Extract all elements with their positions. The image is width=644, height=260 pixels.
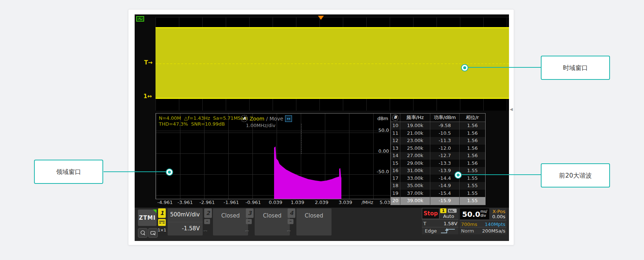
channel2-info-box[interactable]: Closed [213, 208, 248, 235]
xpos-label: X-Pos [493, 209, 505, 214]
touch-icon [140, 230, 146, 236]
fft-xtick: 1.039 [291, 200, 304, 205]
channel1-waveform-trace [156, 27, 509, 99]
channel2-probe-ratio: -·- [203, 229, 207, 233]
collapse-panel-arrow[interactable]: ◀ [510, 107, 513, 112]
channel1-badge[interactable]: 1 [158, 208, 166, 218]
harmonic-row: 1733.00k-14.41.55 [391, 175, 485, 182]
harmonic-row: 1835.00k-14.91.55 [391, 182, 485, 190]
corner-flag-icon [153, 209, 157, 213]
harmonics-header-row: B 频率/Hz 功率/dBm 相位/r [391, 114, 485, 122]
oscilloscope-screen: T→ 1↔ N=4.00M △f=1.43Hz Sa=5.71MSa/s THD… [135, 14, 509, 241]
channel4-coupling-icon[interactable]: – [288, 219, 293, 224]
trigger-level-marker[interactable]: T→ [144, 59, 153, 66]
callout-line-left [104, 171, 166, 172]
channel3-info-box[interactable]: Closed [255, 208, 290, 235]
waveform-noise-line [156, 63, 509, 64]
harmonic-row: 1223.00k-11.31.56 [391, 137, 485, 145]
sample-rate-value: 200MSa/s [482, 228, 505, 234]
page: T→ 1↔ N=4.00M △f=1.43Hz Sa=5.71MSa/s THD… [0, 0, 644, 260]
channel2-status: Closed [213, 212, 248, 219]
trigger-source-badge[interactable]: 1 [440, 208, 446, 213]
trigger-mode-label[interactable]: Auto [440, 213, 457, 219]
channel1-probe-ratio: 1×1 [158, 228, 166, 233]
time-domain-window [156, 17, 509, 111]
harmonics-table[interactable]: B 频率/Hz 功率/dBm 相位/r 1019.00k-9.581.56 11… [390, 113, 486, 205]
harmonic-row-selected: 2039.00k-15.91.55 [391, 197, 485, 205]
fft-xtick: -4.961 [157, 200, 173, 205]
fft-spectrum-trace [156, 114, 391, 199]
record-points-value: 140Mpts [485, 222, 505, 227]
callout-frequency-window: 领域窗口 [34, 160, 103, 184]
vendor-logo-icon [136, 16, 144, 23]
acquire-mode-label[interactable]: Norm [461, 228, 474, 234]
run-state-label: Stop [423, 210, 438, 217]
callout-line-top-right [468, 67, 541, 68]
callout-marker-harmonics [454, 171, 462, 179]
harmonic-row: 1121.00k-10.51.56 [391, 130, 485, 137]
channel4-status: Closed [296, 212, 332, 219]
channel1-info-box[interactable]: 500mV/div -1.58V [168, 208, 203, 235]
rising-edge-icon [440, 228, 456, 235]
trigger-type-label[interactable]: Edge [425, 228, 437, 234]
channel1-coupling-icon[interactable] [158, 219, 166, 226]
callout-time-window: 时域窗口 [541, 56, 610, 80]
trigger-level-value[interactable]: 1.58V [443, 221, 457, 226]
record-time-value: 700ms [461, 222, 477, 227]
harmonic-row: 1427.00k-12.71.56 [391, 152, 485, 160]
channel3-badge[interactable]: 3 [246, 208, 254, 218]
channel4-info-box[interactable]: Closed [296, 208, 332, 235]
timebase-unit-top: ms/ [480, 209, 487, 213]
fft-xtick: -2.961 [199, 200, 215, 205]
channel1-scale: 500mV/div [170, 211, 200, 218]
drag-icon [150, 230, 156, 236]
col-power: 功率/dBm [430, 114, 460, 122]
callout-harmonics: 前20大谐波 [541, 163, 610, 187]
source-b-icon: B [392, 115, 398, 121]
callout-harmonics-label: 前20大谐波 [559, 171, 592, 180]
timebase-value: 50.0 [462, 210, 480, 219]
harmonic-row: 1631.00k-13.91.55 [391, 167, 485, 175]
horizontal-cluster: 50.0 ms/ div X-Pos 0.00s 700ms 140Mpts N… [460, 208, 506, 234]
callout-line-bottom-right [462, 174, 541, 175]
drag-gesture-button[interactable] [148, 228, 158, 238]
frequency-domain-window: N=4.00M △f=1.43Hz Sa=5.71MSa/s THD=47.3%… [156, 113, 391, 199]
channel3-probe-ratio: -·- [245, 229, 249, 233]
fft-xtick: -0.961 [246, 200, 261, 205]
channel4-badge[interactable]: 4 [288, 208, 295, 218]
channel1-offset-marker[interactable]: 1↔ [143, 93, 152, 100]
run-state-button[interactable]: Stop [422, 208, 439, 219]
xpos-value[interactable]: 0.00s [492, 214, 505, 219]
callout-time-label: 时域窗口 [563, 64, 588, 72]
callout-marker-time [461, 64, 468, 71]
fft-xtick: -1.961 [224, 200, 239, 205]
harmonic-row: 1937.00k-15.41.55 [391, 190, 485, 197]
channel3-coupling-icon[interactable]: – [246, 219, 252, 224]
fft-xtick: 3.039 [338, 200, 352, 205]
callout-frequency-label: 领域窗口 [56, 168, 81, 176]
harmonic-row: 1019.00k-9.581.56 [391, 122, 485, 130]
col-frequency: 频率/Hz [400, 114, 430, 122]
fft-xtick: 0.039 [269, 200, 282, 205]
channel1-offset: -1.58V [182, 225, 200, 232]
screenshot-card: T→ 1↔ N=4.00M △f=1.43Hz Sa=5.71MSa/s THD… [128, 9, 514, 245]
harmonic-row: 1325.00k-12.01.56 [391, 145, 485, 152]
fft-xtick: 2.039 [315, 200, 328, 205]
timebase-box[interactable]: 50.0 ms/ div [460, 208, 489, 219]
ztmi-logo-label: ZTMI [139, 215, 156, 221]
ztmi-menu-button[interactable]: ZTMI [138, 209, 157, 226]
trigger-cluster: Stop 1 Auto T 1.58V Edge [422, 208, 458, 234]
harmonic-row: 1529.00k-13.31.56 [391, 160, 485, 167]
callout-marker-frequency [166, 168, 173, 176]
touch-gesture-button[interactable] [138, 228, 147, 238]
fft-xtick: -3.961 [177, 200, 193, 205]
channel4-probe-ratio: -·- [287, 229, 291, 233]
bottom-toolbar: ZTMI 1 1×1 500mV/div [135, 208, 509, 241]
trigger-position-marker[interactable] [318, 16, 324, 20]
trigger-t-label: T [423, 221, 426, 226]
channel2-coupling-icon[interactable]: – [204, 219, 210, 224]
fft-xunit: /MHz [362, 200, 373, 205]
channel2-badge[interactable]: 2 [204, 208, 212, 218]
col-phase: 相位/r [460, 114, 485, 122]
timebase-unit-bottom: div [480, 213, 486, 218]
